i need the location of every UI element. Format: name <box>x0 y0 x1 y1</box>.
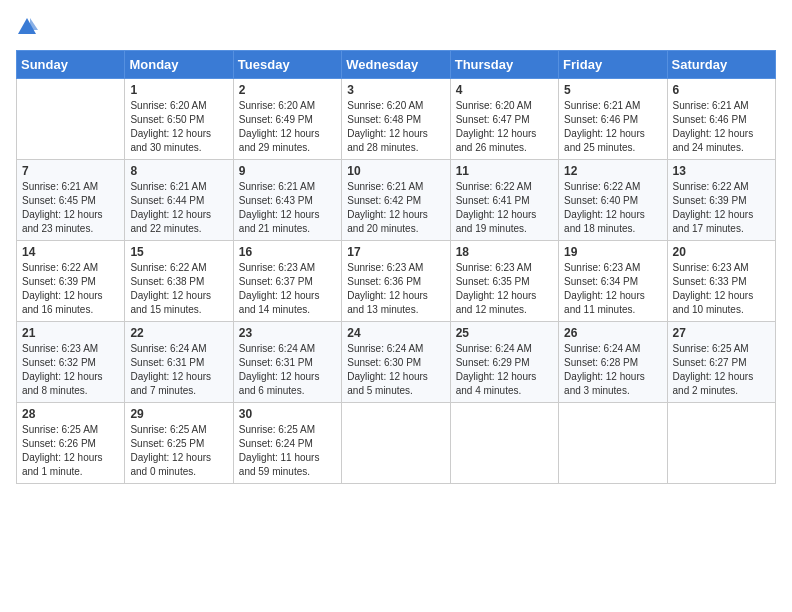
calendar-cell: 12Sunrise: 6:22 AM Sunset: 6:40 PM Dayli… <box>559 160 667 241</box>
calendar-cell: 13Sunrise: 6:22 AM Sunset: 6:39 PM Dayli… <box>667 160 775 241</box>
day-info: Sunrise: 6:25 AM Sunset: 6:24 PM Dayligh… <box>239 423 336 479</box>
day-info: Sunrise: 6:24 AM Sunset: 6:28 PM Dayligh… <box>564 342 661 398</box>
day-number: 24 <box>347 326 444 340</box>
weekday-header: Sunday <box>17 51 125 79</box>
day-number: 6 <box>673 83 770 97</box>
day-info: Sunrise: 6:23 AM Sunset: 6:33 PM Dayligh… <box>673 261 770 317</box>
day-info: Sunrise: 6:22 AM Sunset: 6:39 PM Dayligh… <box>673 180 770 236</box>
calendar-cell: 8Sunrise: 6:21 AM Sunset: 6:44 PM Daylig… <box>125 160 233 241</box>
calendar-cell: 10Sunrise: 6:21 AM Sunset: 6:42 PM Dayli… <box>342 160 450 241</box>
day-info: Sunrise: 6:20 AM Sunset: 6:48 PM Dayligh… <box>347 99 444 155</box>
day-info: Sunrise: 6:21 AM Sunset: 6:46 PM Dayligh… <box>673 99 770 155</box>
calendar-cell: 22Sunrise: 6:24 AM Sunset: 6:31 PM Dayli… <box>125 322 233 403</box>
day-number: 3 <box>347 83 444 97</box>
weekday-header: Thursday <box>450 51 558 79</box>
day-number: 2 <box>239 83 336 97</box>
day-info: Sunrise: 6:24 AM Sunset: 6:29 PM Dayligh… <box>456 342 553 398</box>
day-info: Sunrise: 6:20 AM Sunset: 6:47 PM Dayligh… <box>456 99 553 155</box>
calendar-cell: 9Sunrise: 6:21 AM Sunset: 6:43 PM Daylig… <box>233 160 341 241</box>
day-info: Sunrise: 6:23 AM Sunset: 6:35 PM Dayligh… <box>456 261 553 317</box>
day-number: 8 <box>130 164 227 178</box>
calendar: SundayMondayTuesdayWednesdayThursdayFrid… <box>16 50 776 484</box>
day-number: 27 <box>673 326 770 340</box>
calendar-cell: 23Sunrise: 6:24 AM Sunset: 6:31 PM Dayli… <box>233 322 341 403</box>
calendar-week-row: 14Sunrise: 6:22 AM Sunset: 6:39 PM Dayli… <box>17 241 776 322</box>
day-number: 12 <box>564 164 661 178</box>
day-info: Sunrise: 6:23 AM Sunset: 6:36 PM Dayligh… <box>347 261 444 317</box>
day-info: Sunrise: 6:24 AM Sunset: 6:31 PM Dayligh… <box>239 342 336 398</box>
day-info: Sunrise: 6:22 AM Sunset: 6:41 PM Dayligh… <box>456 180 553 236</box>
calendar-week-row: 21Sunrise: 6:23 AM Sunset: 6:32 PM Dayli… <box>17 322 776 403</box>
day-info: Sunrise: 6:20 AM Sunset: 6:50 PM Dayligh… <box>130 99 227 155</box>
calendar-cell <box>450 403 558 484</box>
weekday-header-row: SundayMondayTuesdayWednesdayThursdayFrid… <box>17 51 776 79</box>
weekday-header: Monday <box>125 51 233 79</box>
day-number: 28 <box>22 407 119 421</box>
day-info: Sunrise: 6:23 AM Sunset: 6:32 PM Dayligh… <box>22 342 119 398</box>
day-number: 15 <box>130 245 227 259</box>
calendar-cell: 6Sunrise: 6:21 AM Sunset: 6:46 PM Daylig… <box>667 79 775 160</box>
day-number: 1 <box>130 83 227 97</box>
day-info: Sunrise: 6:23 AM Sunset: 6:34 PM Dayligh… <box>564 261 661 317</box>
calendar-cell: 16Sunrise: 6:23 AM Sunset: 6:37 PM Dayli… <box>233 241 341 322</box>
day-number: 10 <box>347 164 444 178</box>
day-number: 16 <box>239 245 336 259</box>
calendar-cell: 14Sunrise: 6:22 AM Sunset: 6:39 PM Dayli… <box>17 241 125 322</box>
day-info: Sunrise: 6:20 AM Sunset: 6:49 PM Dayligh… <box>239 99 336 155</box>
day-number: 14 <box>22 245 119 259</box>
day-info: Sunrise: 6:22 AM Sunset: 6:38 PM Dayligh… <box>130 261 227 317</box>
calendar-cell: 29Sunrise: 6:25 AM Sunset: 6:25 PM Dayli… <box>125 403 233 484</box>
day-number: 5 <box>564 83 661 97</box>
day-info: Sunrise: 6:25 AM Sunset: 6:27 PM Dayligh… <box>673 342 770 398</box>
calendar-cell <box>559 403 667 484</box>
day-number: 25 <box>456 326 553 340</box>
calendar-cell: 20Sunrise: 6:23 AM Sunset: 6:33 PM Dayli… <box>667 241 775 322</box>
day-number: 21 <box>22 326 119 340</box>
weekday-header: Saturday <box>667 51 775 79</box>
calendar-cell: 24Sunrise: 6:24 AM Sunset: 6:30 PM Dayli… <box>342 322 450 403</box>
day-info: Sunrise: 6:24 AM Sunset: 6:30 PM Dayligh… <box>347 342 444 398</box>
calendar-cell: 21Sunrise: 6:23 AM Sunset: 6:32 PM Dayli… <box>17 322 125 403</box>
calendar-cell: 3Sunrise: 6:20 AM Sunset: 6:48 PM Daylig… <box>342 79 450 160</box>
calendar-cell: 5Sunrise: 6:21 AM Sunset: 6:46 PM Daylig… <box>559 79 667 160</box>
day-number: 23 <box>239 326 336 340</box>
calendar-cell: 25Sunrise: 6:24 AM Sunset: 6:29 PM Dayli… <box>450 322 558 403</box>
weekday-header: Friday <box>559 51 667 79</box>
calendar-cell: 17Sunrise: 6:23 AM Sunset: 6:36 PM Dayli… <box>342 241 450 322</box>
day-number: 18 <box>456 245 553 259</box>
header <box>16 16 776 38</box>
day-info: Sunrise: 6:23 AM Sunset: 6:37 PM Dayligh… <box>239 261 336 317</box>
calendar-cell: 15Sunrise: 6:22 AM Sunset: 6:38 PM Dayli… <box>125 241 233 322</box>
day-number: 20 <box>673 245 770 259</box>
calendar-cell: 2Sunrise: 6:20 AM Sunset: 6:49 PM Daylig… <box>233 79 341 160</box>
weekday-header: Wednesday <box>342 51 450 79</box>
day-number: 11 <box>456 164 553 178</box>
calendar-cell: 18Sunrise: 6:23 AM Sunset: 6:35 PM Dayli… <box>450 241 558 322</box>
calendar-cell: 26Sunrise: 6:24 AM Sunset: 6:28 PM Dayli… <box>559 322 667 403</box>
calendar-cell <box>342 403 450 484</box>
day-number: 30 <box>239 407 336 421</box>
calendar-cell: 28Sunrise: 6:25 AM Sunset: 6:26 PM Dayli… <box>17 403 125 484</box>
calendar-cell <box>667 403 775 484</box>
calendar-cell: 27Sunrise: 6:25 AM Sunset: 6:27 PM Dayli… <box>667 322 775 403</box>
day-number: 7 <box>22 164 119 178</box>
day-info: Sunrise: 6:25 AM Sunset: 6:25 PM Dayligh… <box>130 423 227 479</box>
day-number: 4 <box>456 83 553 97</box>
calendar-cell: 7Sunrise: 6:21 AM Sunset: 6:45 PM Daylig… <box>17 160 125 241</box>
day-info: Sunrise: 6:22 AM Sunset: 6:40 PM Dayligh… <box>564 180 661 236</box>
day-info: Sunrise: 6:24 AM Sunset: 6:31 PM Dayligh… <box>130 342 227 398</box>
day-info: Sunrise: 6:21 AM Sunset: 6:43 PM Dayligh… <box>239 180 336 236</box>
day-number: 26 <box>564 326 661 340</box>
day-number: 22 <box>130 326 227 340</box>
calendar-cell: 30Sunrise: 6:25 AM Sunset: 6:24 PM Dayli… <box>233 403 341 484</box>
calendar-week-row: 28Sunrise: 6:25 AM Sunset: 6:26 PM Dayli… <box>17 403 776 484</box>
day-info: Sunrise: 6:25 AM Sunset: 6:26 PM Dayligh… <box>22 423 119 479</box>
calendar-cell: 11Sunrise: 6:22 AM Sunset: 6:41 PM Dayli… <box>450 160 558 241</box>
calendar-week-row: 7Sunrise: 6:21 AM Sunset: 6:45 PM Daylig… <box>17 160 776 241</box>
day-info: Sunrise: 6:21 AM Sunset: 6:44 PM Dayligh… <box>130 180 227 236</box>
calendar-cell <box>17 79 125 160</box>
day-number: 19 <box>564 245 661 259</box>
calendar-week-row: 1Sunrise: 6:20 AM Sunset: 6:50 PM Daylig… <box>17 79 776 160</box>
logo <box>16 16 38 38</box>
day-info: Sunrise: 6:22 AM Sunset: 6:39 PM Dayligh… <box>22 261 119 317</box>
